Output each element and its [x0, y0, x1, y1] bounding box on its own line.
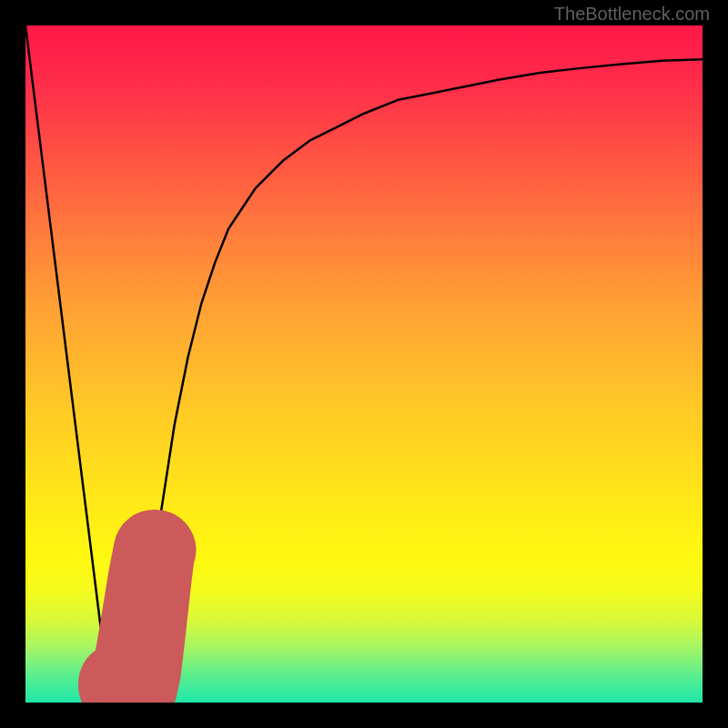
- chart-svg: [25, 25, 703, 703]
- plot-area: [25, 25, 703, 703]
- watermark-text: TheBottleneck.com: [554, 4, 710, 25]
- highlight-segment: [119, 551, 156, 687]
